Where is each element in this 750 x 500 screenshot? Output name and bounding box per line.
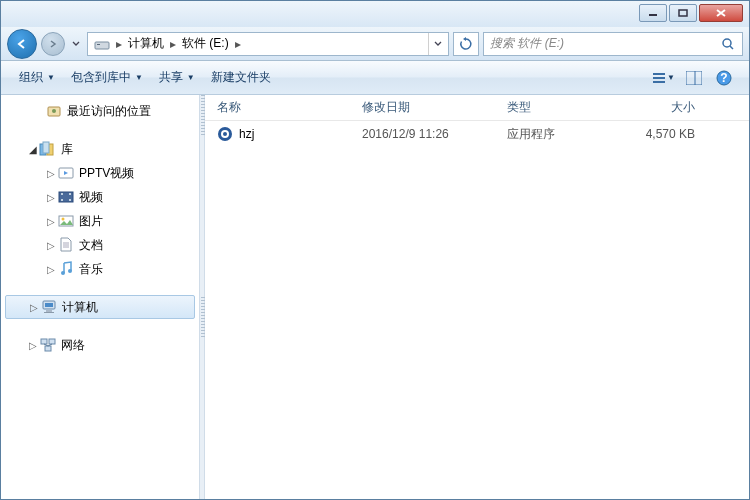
include-label: 包含到库中 xyxy=(71,69,131,86)
column-header-name[interactable]: 名称 xyxy=(205,99,350,116)
network-icon xyxy=(39,337,57,353)
forward-button[interactable] xyxy=(41,32,65,56)
tree-label: PPTV视频 xyxy=(79,165,134,182)
svg-point-14 xyxy=(52,109,56,113)
expand-arrow-icon[interactable]: ▷ xyxy=(45,216,57,227)
tree-label: 文档 xyxy=(79,237,103,254)
svg-rect-32 xyxy=(45,303,53,307)
sidebar-item-videos[interactable]: ▷ 视频 xyxy=(1,185,199,209)
breadcrumb-computer[interactable]: 计算机 xyxy=(124,33,168,55)
organize-button[interactable]: 组织▼ xyxy=(11,65,63,90)
file-row[interactable]: hzj 2016/12/9 11:26 应用程序 4,570 KB xyxy=(205,121,749,147)
drive-icon xyxy=(94,36,110,52)
svg-rect-21 xyxy=(61,199,63,201)
window-titlebar xyxy=(1,1,749,27)
tree-label: 库 xyxy=(61,141,73,158)
refresh-button[interactable] xyxy=(453,32,479,56)
sidebar-item-pptv[interactable]: ▷ PPTV视频 xyxy=(1,161,199,185)
svg-rect-37 xyxy=(45,346,51,351)
sidebar-item-recent[interactable]: 最近访问的位置 xyxy=(1,99,199,123)
expand-arrow-icon[interactable]: ◢ xyxy=(27,144,39,155)
tree-label: 图片 xyxy=(79,213,103,230)
tree-label: 计算机 xyxy=(62,299,98,316)
svg-rect-17 xyxy=(43,142,49,153)
documents-icon xyxy=(57,237,75,253)
breadcrumb-arrow-icon[interactable]: ▸ xyxy=(233,33,243,55)
back-button[interactable] xyxy=(7,29,37,59)
share-button[interactable]: 共享▼ xyxy=(151,65,203,90)
close-button[interactable] xyxy=(699,4,743,22)
address-bar[interactable]: ▸ 计算机 ▸ 软件 (E:) ▸ xyxy=(87,32,449,56)
expand-arrow-icon[interactable]: ▷ xyxy=(45,168,57,179)
column-header-date[interactable]: 修改日期 xyxy=(350,99,495,116)
column-header-size[interactable]: 大小 xyxy=(605,99,715,116)
svg-rect-1 xyxy=(679,10,687,16)
search-input[interactable]: 搜索 软件 (E:) xyxy=(483,32,743,56)
search-placeholder: 搜索 软件 (E:) xyxy=(490,35,720,52)
svg-line-5 xyxy=(730,46,733,49)
svg-point-30 xyxy=(68,269,72,273)
svg-rect-34 xyxy=(44,312,54,313)
music-icon xyxy=(57,261,75,277)
expand-arrow-icon[interactable]: ▷ xyxy=(45,192,57,203)
recent-places-icon xyxy=(45,103,63,119)
svg-point-29 xyxy=(61,271,65,275)
sidebar-item-music[interactable]: ▷ 音乐 xyxy=(1,257,199,281)
address-dropdown[interactable] xyxy=(428,33,446,55)
toolbar: 组织▼ 包含到库中▼ 共享▼ 新建文件夹 ▼ ? xyxy=(1,61,749,95)
view-options-button[interactable]: ▼ xyxy=(649,67,679,89)
main-area: 最近访问的位置 ◢ 库 ▷ PPTV视频 ▷ xyxy=(1,95,749,499)
svg-rect-36 xyxy=(49,339,55,344)
svg-rect-6 xyxy=(653,73,665,75)
video-icon xyxy=(57,189,75,205)
svg-rect-20 xyxy=(61,193,63,195)
share-label: 共享 xyxy=(159,69,183,86)
column-header-type[interactable]: 类型 xyxy=(495,99,605,116)
minimize-button[interactable] xyxy=(639,4,667,22)
application-icon xyxy=(217,126,233,142)
expand-arrow-icon[interactable]: ▷ xyxy=(27,340,39,351)
sidebar-item-computer[interactable]: ▷ 计算机 xyxy=(5,295,195,319)
pptv-icon xyxy=(57,165,75,181)
expand-arrow-icon[interactable]: ▷ xyxy=(45,264,57,275)
file-name-text: hzj xyxy=(239,127,254,141)
newfolder-label: 新建文件夹 xyxy=(211,69,271,86)
file-list-pane: 名称 修改日期 类型 大小 hzj 2016/12/9 11:26 应用程序 4… xyxy=(205,95,749,499)
svg-rect-35 xyxy=(41,339,47,344)
svg-rect-33 xyxy=(46,310,52,312)
svg-rect-3 xyxy=(97,44,100,45)
breadcrumb-arrow-icon[interactable]: ▸ xyxy=(114,33,124,55)
sidebar-item-documents[interactable]: ▷ 文档 xyxy=(1,233,199,257)
include-in-library-button[interactable]: 包含到库中▼ xyxy=(63,65,151,90)
svg-text:?: ? xyxy=(720,71,727,85)
svg-point-25 xyxy=(62,218,65,221)
history-dropdown[interactable] xyxy=(69,32,83,56)
column-headers: 名称 修改日期 类型 大小 xyxy=(205,95,749,121)
organize-label: 组织 xyxy=(19,69,43,86)
svg-point-4 xyxy=(723,39,731,47)
svg-rect-22 xyxy=(69,193,71,195)
sidebar-item-network[interactable]: ▷ 网络 xyxy=(1,333,199,357)
new-folder-button[interactable]: 新建文件夹 xyxy=(203,65,279,90)
breadcrumb-arrow-icon[interactable]: ▸ xyxy=(168,33,178,55)
computer-icon xyxy=(40,299,58,315)
sidebar-item-libraries[interactable]: ◢ 库 xyxy=(1,137,199,161)
tree-label: 最近访问的位置 xyxy=(67,103,151,120)
tree-label: 音乐 xyxy=(79,261,103,278)
tree-label: 网络 xyxy=(61,337,85,354)
preview-pane-button[interactable] xyxy=(679,67,709,89)
pictures-icon xyxy=(57,213,75,229)
expand-arrow-icon[interactable]: ▷ xyxy=(45,240,57,251)
file-size-text: 4,570 KB xyxy=(605,127,715,141)
search-icon[interactable] xyxy=(720,37,736,51)
help-button[interactable]: ? xyxy=(709,67,739,89)
svg-rect-8 xyxy=(653,81,665,83)
navigation-bar: ▸ 计算机 ▸ 软件 (E:) ▸ 搜索 软件 (E:) xyxy=(1,27,749,61)
maximize-button[interactable] xyxy=(669,4,697,22)
breadcrumb-drive[interactable]: 软件 (E:) xyxy=(178,33,233,55)
expand-arrow-icon[interactable]: ▷ xyxy=(28,302,40,313)
pane-divider[interactable] xyxy=(199,95,205,499)
tree-label: 视频 xyxy=(79,189,103,206)
sidebar-item-pictures[interactable]: ▷ 图片 xyxy=(1,209,199,233)
svg-rect-23 xyxy=(69,199,71,201)
